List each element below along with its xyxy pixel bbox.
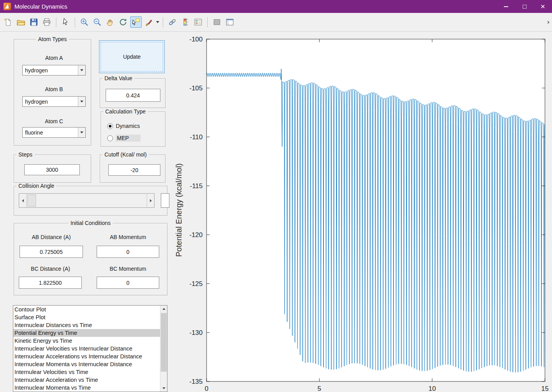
atom-types-title: Atom Types <box>36 36 69 42</box>
chevron-down-icon <box>80 69 83 71</box>
atom-c-dropdown-button[interactable] <box>78 128 85 137</box>
new-figure-button[interactable] <box>2 16 14 28</box>
delta-value-field[interactable]: 0.424 <box>106 89 160 102</box>
atom-b-dropdown-button[interactable] <box>78 97 85 106</box>
atom-c-label: Atom C <box>22 118 86 124</box>
ab-momentum-field[interactable]: 0 <box>97 246 159 258</box>
open-file-button[interactable] <box>15 16 27 28</box>
show-plot-tools-button[interactable] <box>224 16 236 28</box>
atom-c-dropdown[interactable]: fluorine <box>22 127 86 138</box>
atom-a-label: Atom A <box>22 55 86 61</box>
slider-track[interactable] <box>27 194 147 207</box>
pan-hand-icon <box>106 18 115 27</box>
slider-right-arrow-button[interactable] <box>147 194 154 207</box>
bc-distance-field[interactable]: 1.822500 <box>19 277 82 289</box>
toolbar-separator <box>56 17 56 27</box>
data-cursor-icon <box>131 18 140 27</box>
minimize-button[interactable] <box>497 0 515 13</box>
list-item[interactable]: Internuclear Momenta vs Internuclear Dis… <box>13 360 167 368</box>
atom-a-dropdown[interactable]: hydrogen <box>22 65 86 76</box>
plot-type-listbox[interactable]: Contour Plot Surface Plot Internuclear D… <box>13 305 167 392</box>
y-axis-label: Potential Energy (kcal/mol) <box>174 164 183 257</box>
scrollbar-thumb[interactable] <box>161 313 167 372</box>
pan-button[interactable] <box>104 16 116 28</box>
zoom-in-button[interactable] <box>79 16 90 28</box>
slider-thumb[interactable] <box>27 194 36 207</box>
y-tick-label: -120 <box>189 231 203 239</box>
cutoff-field[interactable]: -20 <box>108 164 160 176</box>
ab-momentum-label: AB Momentum <box>97 234 159 240</box>
list-item[interactable]: Internuclear Accelerations vs Internucle… <box>13 352 167 360</box>
rotate-3d-icon <box>119 18 128 27</box>
toolbar-overflow-button[interactable] <box>546 16 551 28</box>
y-tick-label: -115 <box>190 182 203 190</box>
atom-a-dropdown-button[interactable] <box>78 65 85 75</box>
axes-background <box>207 39 545 381</box>
toolbar-separator <box>75 17 75 27</box>
chevron-down-icon <box>156 21 159 23</box>
listbox-scrollbar[interactable] <box>160 306 167 392</box>
titlebar[interactable]: Molecular Dynamics ✕ <box>0 0 552 13</box>
maximize-icon <box>523 5 527 9</box>
scroll-down-button[interactable] <box>160 385 167 392</box>
bc-momentum-label: BC Momentum <box>97 266 159 272</box>
list-item[interactable]: Internuclear Velocities vs Internuclear … <box>13 345 167 352</box>
toolbar-separator <box>163 17 163 27</box>
list-item[interactable]: Internuclear Momenta vs Time <box>13 384 167 392</box>
y-tick-label: -135 <box>189 378 203 385</box>
update-button[interactable]: Update <box>99 40 165 73</box>
y-tick-label: -100 <box>189 36 203 43</box>
zoom-out-button[interactable] <box>92 16 103 28</box>
maximize-button[interactable] <box>515 0 534 13</box>
list-item[interactable]: Surface Plot <box>13 313 167 321</box>
insert-colorbar-button[interactable] <box>180 16 191 28</box>
scroll-up-button[interactable] <box>160 306 167 312</box>
list-item[interactable]: Kinetic Energy vs Time <box>13 337 167 345</box>
y-tick-label: -125 <box>189 280 203 288</box>
arrow-right-icon <box>150 199 152 202</box>
bc-momentum-field[interactable]: 0 <box>97 277 159 289</box>
open-folder-icon <box>16 18 25 27</box>
hide-plot-tools-button[interactable] <box>211 16 223 28</box>
list-item[interactable]: Contour Plot <box>13 306 167 313</box>
print-figure-button[interactable] <box>41 16 52 28</box>
save-floppy-icon <box>29 18 38 27</box>
toolbar-separator <box>207 17 208 27</box>
window-title: Molecular Dynamics <box>14 3 497 10</box>
collision-angle-slider[interactable] <box>19 193 155 208</box>
list-item[interactable]: Internuclear Acceleration vs Time <box>13 376 167 384</box>
y-tick-label: -110 <box>190 133 203 141</box>
x-tick-label: 5 <box>318 385 321 392</box>
toolbar-overflow-chevron-icon <box>547 20 550 24</box>
insert-legend-button[interactable] <box>192 16 204 28</box>
list-item[interactable]: Potential Energy vs Time <box>13 329 167 337</box>
link-plot-button[interactable] <box>167 16 178 28</box>
rotate-3d-button[interactable] <box>117 16 129 28</box>
radio-mep-label: MEP <box>116 135 140 142</box>
close-button[interactable]: ✕ <box>534 0 552 13</box>
atom-b-dropdown[interactable]: hydrogen <box>22 96 86 107</box>
data-cursor-button[interactable] <box>130 16 142 28</box>
collision-angle-field[interactable] <box>161 193 169 208</box>
matlab-icon <box>4 3 11 10</box>
radio-button-icon <box>107 123 113 129</box>
list-item[interactable]: Internulear Velocities vs Time <box>13 368 167 376</box>
steps-field[interactable]: 3000 <box>24 164 80 175</box>
radio-dynamics[interactable]: Dynamics <box>107 123 140 129</box>
x-tick-label: 0 <box>205 385 208 392</box>
save-figure-button[interactable] <box>28 16 40 28</box>
ab-distance-field[interactable]: 0.725005 <box>20 246 83 258</box>
atom-b-label: Atom B <box>22 86 86 92</box>
plot-canvas[interactable]: Potential Energy (kcal/mol) 051015-135-1… <box>172 33 552 392</box>
slider-left-arrow-button[interactable] <box>19 194 27 207</box>
edit-cursor-icon <box>61 18 70 27</box>
list-item[interactable]: Internuclear Distances vs Time <box>13 321 167 329</box>
radio-dynamics-label: Dynamics <box>116 123 140 129</box>
edit-plot-button[interactable] <box>60 16 71 28</box>
y-tick-label: -105 <box>189 85 203 92</box>
brush-dropdown-button[interactable] <box>155 16 160 28</box>
collision-angle-title: Collision Angle <box>16 183 56 189</box>
figure-toolbar <box>0 13 552 32</box>
brush-data-button[interactable] <box>143 16 155 28</box>
radio-mep[interactable]: MEP <box>107 135 140 142</box>
